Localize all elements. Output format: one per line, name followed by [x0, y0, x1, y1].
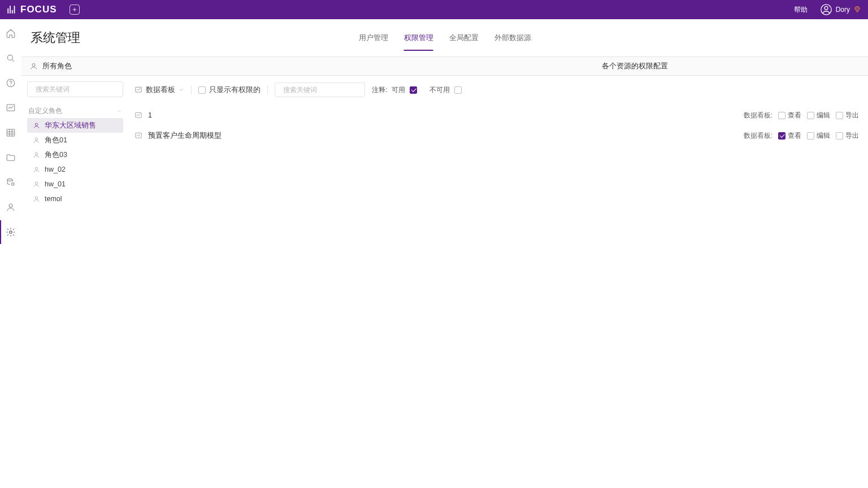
perm-view-checkbox[interactable]: 查看	[778, 111, 801, 120]
role-name: 角色01	[45, 136, 67, 145]
svg-point-4	[11, 85, 11, 85]
tab-permission-mgmt[interactable]: 权限管理	[404, 29, 433, 51]
chevron-down-icon	[179, 87, 184, 93]
perm-export-label: 导出	[845, 131, 859, 141]
help-link[interactable]: 帮助	[794, 5, 808, 15]
perm-view-label: 查看	[788, 131, 801, 141]
legend-prefix: 注释:	[372, 85, 387, 95]
resource-type-dropdown[interactable]: 数据看板	[134, 85, 184, 95]
panel-icon	[134, 132, 142, 140]
nav-rail	[0, 19, 21, 488]
resource-row: 预置客户生命周期模型 数据看板: 查看 编辑 导出	[134, 125, 859, 146]
role-group-label: 自定义角色	[28, 106, 62, 116]
role-list: 华东大区域销售角色01角色03hw_02hw_01temol	[27, 118, 123, 206]
new-button[interactable]	[70, 5, 80, 15]
perm-edit-label: 编辑	[817, 131, 830, 141]
checkbox-icon	[836, 132, 843, 140]
checkbox-icon	[807, 132, 814, 140]
rail-folder[interactable]	[5, 151, 17, 164]
permission-toolbar: 数据看板 只显示有权限的	[134, 81, 859, 98]
permission-pane: 数据看板 只显示有权限的	[129, 76, 868, 488]
perm-export-checkbox[interactable]: 导出	[836, 131, 859, 141]
legend-unavailable-label: 不可用	[429, 85, 450, 95]
role-header-icon	[29, 62, 38, 71]
rail-users[interactable]	[5, 201, 17, 213]
svg-point-7	[7, 179, 12, 181]
checkbox-icon	[807, 112, 814, 119]
diamond-icon	[853, 6, 861, 14]
resource-type-label: 数据看板	[146, 85, 175, 95]
svg-point-2	[7, 55, 12, 60]
role-pane: 自定义角色 华东大区域销售角色01角色03hw_02hw_01temol	[21, 76, 129, 488]
perm-edit-checkbox[interactable]: 编辑	[807, 111, 830, 120]
role-item[interactable]: hw_02	[27, 162, 123, 177]
perm-group-label: 数据看板:	[744, 131, 772, 141]
home-icon	[6, 28, 16, 38]
rail-table[interactable]	[5, 127, 17, 139]
role-item[interactable]: hw_01	[27, 177, 123, 191]
svg-point-18	[35, 197, 37, 199]
page-tabs: 用户管理 权限管理 全局配置 外部数据源	[359, 29, 531, 51]
perm-view-label: 查看	[788, 111, 801, 120]
legend-unavailable-swatch	[454, 86, 462, 94]
database-gear-icon	[6, 177, 16, 188]
rail-dashboard[interactable]	[5, 102, 17, 114]
user-icon	[33, 181, 40, 188]
legend-available-label: 可用	[392, 85, 405, 95]
rail-datasource[interactable]	[5, 176, 17, 189]
role-item[interactable]: 角色03	[27, 147, 123, 162]
user-menu[interactable]: Dory	[820, 3, 861, 16]
chevron-up-icon	[116, 108, 122, 114]
brand-logo: FOCUS	[7, 4, 57, 15]
role-name: hw_02	[45, 165, 66, 173]
rail-home[interactable]	[5, 27, 17, 40]
perm-export-checkbox[interactable]: 导出	[836, 111, 859, 120]
checkbox-icon	[778, 112, 785, 119]
user-icon	[33, 137, 40, 144]
user-icon	[33, 122, 40, 129]
rail-settings[interactable]	[5, 226, 17, 238]
role-item[interactable]: 华东大区域销售	[27, 118, 123, 133]
only-permitted-checkbox[interactable]: 只显示有权限的	[198, 85, 261, 95]
avatar-icon	[820, 3, 832, 16]
user-icon	[6, 202, 16, 212]
role-item[interactable]: temol	[27, 191, 123, 206]
tab-user-mgmt[interactable]: 用户管理	[359, 29, 388, 51]
resource-list: 1 数据看板: 查看 编辑 导出 预置客户生命周期模型 数据看板: 查看 编辑 …	[134, 105, 859, 146]
top-bar: FOCUS 帮助 Dory	[0, 0, 868, 19]
rail-help[interactable]	[5, 77, 17, 89]
role-name: 华东大区域销售	[45, 121, 96, 130]
svg-rect-6	[7, 129, 15, 136]
role-group-header[interactable]: 自定义角色	[27, 106, 123, 118]
svg-point-9	[9, 204, 12, 207]
rail-search[interactable]	[5, 52, 17, 64]
role-name: 角色03	[45, 150, 67, 160]
resource-row: 1 数据看板: 查看 编辑 导出	[134, 105, 859, 125]
svg-point-16	[35, 167, 37, 169]
svg-point-13	[35, 123, 37, 125]
tab-external-datasource[interactable]: 外部数据源	[494, 29, 531, 51]
only-permitted-label: 只显示有权限的	[209, 85, 261, 95]
checkbox-icon	[198, 86, 206, 94]
checkbox-icon	[836, 112, 843, 119]
svg-point-17	[35, 182, 37, 184]
resource-name: 1	[148, 111, 152, 119]
grid-icon	[6, 128, 16, 138]
panel-icon	[134, 86, 142, 94]
resource-search-input[interactable]	[283, 86, 368, 94]
role-search-box[interactable]	[27, 81, 123, 97]
legend: 注释: 可用 不可用	[372, 85, 462, 95]
user-icon	[33, 195, 40, 203]
role-item[interactable]: 角色01	[27, 133, 123, 147]
tab-global-config[interactable]: 全局配置	[449, 29, 479, 51]
gear-icon	[6, 227, 16, 237]
brand-icon	[7, 5, 17, 15]
resource-search-box[interactable]	[275, 82, 365, 97]
perm-edit-checkbox[interactable]: 编辑	[807, 131, 830, 141]
perm-view-checkbox[interactable]: 查看	[778, 131, 801, 141]
role-search-input[interactable]	[36, 85, 120, 93]
page-header: 系统管理 用户管理 权限管理 全局配置 外部数据源	[21, 19, 868, 56]
svg-point-1	[824, 6, 828, 10]
role-name: hw_01	[45, 180, 66, 188]
user-icon	[33, 151, 40, 159]
